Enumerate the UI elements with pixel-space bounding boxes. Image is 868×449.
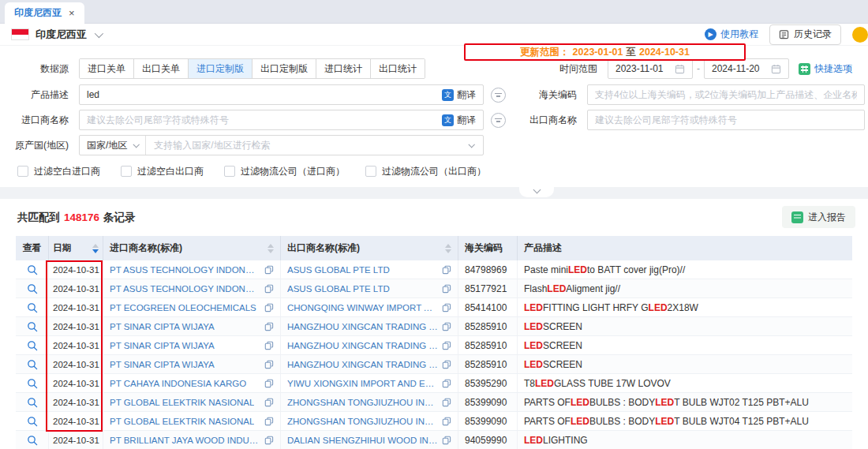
tab-export-custom[interactable]: 出口定制版 (252, 59, 316, 78)
exporter-name-link[interactable]: ZHONGSHAN TONGJIUZHOU INTERNA... (287, 417, 438, 426)
quick-options-button[interactable]: 快捷选项 (799, 62, 852, 76)
exclude-keyword-button[interactable] (491, 88, 506, 103)
sort-icon[interactable] (268, 244, 274, 253)
checkbox-filter-logistics-exporter[interactable]: 过滤物流公司（出口商） (365, 165, 486, 178)
view-detail-button[interactable] (27, 378, 38, 389)
collapse-filters-button[interactable] (519, 187, 554, 197)
checkbox-icon[interactable] (365, 166, 376, 177)
view-detail-button[interactable] (27, 283, 38, 294)
copy-icon[interactable] (264, 398, 274, 407)
origin-input[interactable]: 国家/地区 支持输入国家/地区进行检索 (79, 135, 484, 155)
copy-icon[interactable] (442, 341, 451, 350)
copy-icon[interactable] (442, 360, 451, 369)
importer-name-link[interactable]: PT BRILLIANT JAYA WOOD INDUSTRY (110, 436, 260, 445)
copy-icon[interactable] (442, 417, 451, 426)
checkbox-icon[interactable] (17, 166, 28, 177)
copy-icon[interactable] (442, 265, 451, 275)
copy-icon[interactable] (264, 379, 274, 388)
importer-name-link[interactable]: PT ASUS TECHNOLOGY INDONESIA BA... (110, 265, 260, 275)
exporter-name-link[interactable]: HANGZHOU XINGCAN TRADING CO LTD (287, 322, 438, 331)
copy-icon[interactable] (442, 398, 451, 407)
origin-select[interactable]: 国家/地区 (80, 136, 146, 155)
column-header-3[interactable]: 出口商名称(标准) (281, 236, 458, 260)
column-header-1[interactable]: 日期 (49, 236, 103, 260)
view-detail-button[interactable] (27, 340, 38, 351)
importer-name-link[interactable]: PT GLOBAL ELEKTRIK NASIONAL (110, 398, 254, 407)
exporter-input[interactable]: 建议去除公司尾部字符或特殊符号 (587, 110, 865, 130)
column-header-2[interactable]: 进口商名称(标准) (103, 236, 281, 260)
exporter-name-link[interactable]: ZHONGSHAN TONGJIUZHOU INTERNA... (287, 398, 438, 407)
exporter-name-link[interactable]: ASUS GLOBAL PTE LTD (287, 265, 390, 275)
vip-icon[interactable] (852, 27, 868, 43)
copy-icon[interactable] (264, 417, 274, 426)
importer-name-link[interactable]: PT GLOBAL ELEKTRIK NASIONAL (110, 417, 254, 426)
tab-export-declarations[interactable]: 出口关单 (133, 59, 188, 78)
exclude-keyword-button[interactable] (491, 113, 506, 128)
copy-icon[interactable] (264, 341, 274, 350)
importer-input[interactable]: 建议去除公司尾部字符或特殊符号 文 翻译 (79, 110, 484, 130)
exporter-name-link[interactable]: HANGZHOU XINGCAN TRADING CO LTD (287, 360, 438, 369)
translate-icon: 文 (442, 89, 454, 101)
hs-code-cell: 84798969 (458, 260, 518, 279)
copy-icon[interactable] (442, 303, 451, 312)
importer-name-link[interactable]: PT ASUS TECHNOLOGY INDONESIA BA... (110, 284, 260, 294)
checkbox-filter-blank-importer[interactable]: 过滤空白进口商 (17, 165, 100, 178)
date-cell: 2024-10-31 (49, 412, 103, 430)
table-row: 2024-10-31PT GLOBAL ELEKTRIK NASIONALZHO… (16, 412, 852, 431)
sort-icon[interactable] (92, 244, 99, 253)
copy-icon[interactable] (442, 379, 451, 388)
tab-import-custom[interactable]: 进口定制版 (188, 59, 252, 78)
view-detail-button[interactable] (27, 321, 38, 332)
importer-name-link[interactable]: PT SINAR CIPTA WIJAYA (110, 360, 215, 369)
view-detail-button[interactable] (27, 359, 38, 370)
enter-report-button[interactable]: 进入报告 (782, 206, 855, 228)
copy-icon[interactable] (442, 436, 451, 445)
product-desc-input[interactable]: led 文 翻译 (79, 84, 484, 105)
importer-name-link[interactable]: PT SINAR CIPTA WIJAYA (110, 341, 215, 350)
tab-import-declarations[interactable]: 进口关单 (80, 59, 133, 78)
tab-indonesia[interactable]: 印度尼西亚 × (5, 2, 84, 24)
checkbox-icon[interactable] (121, 166, 132, 177)
exporter-name-link[interactable]: HANGZHOU XINGCAN TRADING CO LTD (287, 341, 438, 350)
copy-icon[interactable] (442, 322, 451, 331)
translate-icon: 文 (442, 114, 454, 126)
copy-icon[interactable] (264, 303, 274, 312)
date-end-input[interactable]: 2024-11-20 (704, 58, 789, 79)
copy-icon[interactable] (264, 284, 274, 294)
tab-export-statistics[interactable]: 出口统计 (370, 59, 425, 78)
date-start-input[interactable]: 2023-11-01 (608, 58, 693, 79)
translate-button[interactable]: 文 翻译 (442, 114, 476, 127)
importer-name-link[interactable]: PT CAHAYA INDONESIA KARGO (110, 379, 246, 388)
exporter-name-link[interactable]: CHONGQING WINWAY IMPORT AND E... (287, 303, 438, 312)
copy-icon[interactable] (264, 322, 274, 331)
sort-icon[interactable] (445, 244, 451, 253)
copy-icon[interactable] (264, 360, 274, 369)
close-icon[interactable]: × (69, 8, 75, 18)
importer-label: 进口商名称 (0, 114, 79, 127)
chevron-down-icon[interactable] (95, 28, 103, 37)
checkbox-filter-blank-exporter[interactable]: 过滤空白出口商 (121, 165, 204, 178)
importer-name-link[interactable]: PT SINAR CIPTA WIJAYA (110, 322, 215, 331)
view-detail-button[interactable] (27, 302, 38, 313)
view-detail-button[interactable] (27, 397, 38, 408)
exporter-name-link[interactable]: ASUS GLOBAL PTE LTD (287, 284, 390, 294)
table-row: 2024-10-31PT BRILLIANT JAYA WOOD INDUSTR… (16, 431, 852, 449)
view-detail-button[interactable] (27, 435, 38, 446)
checkbox-icon[interactable] (224, 166, 235, 177)
product-desc-cell: LED FITTING LIGHT HRFY G LED 2X18W (518, 298, 852, 316)
view-detail-button[interactable] (27, 416, 38, 427)
exporter-name-link[interactable]: DALIAN SHENGZHIHUI WOOD INDUST... (287, 436, 438, 445)
checkbox-filter-logistics-importer[interactable]: 过滤物流公司（进口商） (224, 165, 345, 178)
importer-name-link[interactable]: PT ECOGREEN OLEOCHEMICALS (110, 303, 256, 312)
tab-import-statistics[interactable]: 进口统计 (316, 59, 370, 78)
keyword-highlight: LED (524, 359, 543, 370)
translate-button[interactable]: 文 翻译 (442, 88, 476, 102)
hs-code-input[interactable]: 支持4位以上海关编码，或2位海关编码加上产品描述、企业名称的任意信息 (587, 84, 865, 105)
history-button[interactable]: 历史记录 (769, 24, 841, 45)
copy-icon[interactable] (264, 436, 274, 445)
tutorial-link[interactable]: ▶ 使用教程 (705, 28, 758, 41)
exporter-name-link[interactable]: YIWU XIONGXIN IMPORT AND EXPORT... (287, 379, 438, 388)
copy-icon[interactable] (442, 284, 451, 294)
view-detail-button[interactable] (27, 264, 38, 275)
copy-icon[interactable] (264, 265, 274, 275)
